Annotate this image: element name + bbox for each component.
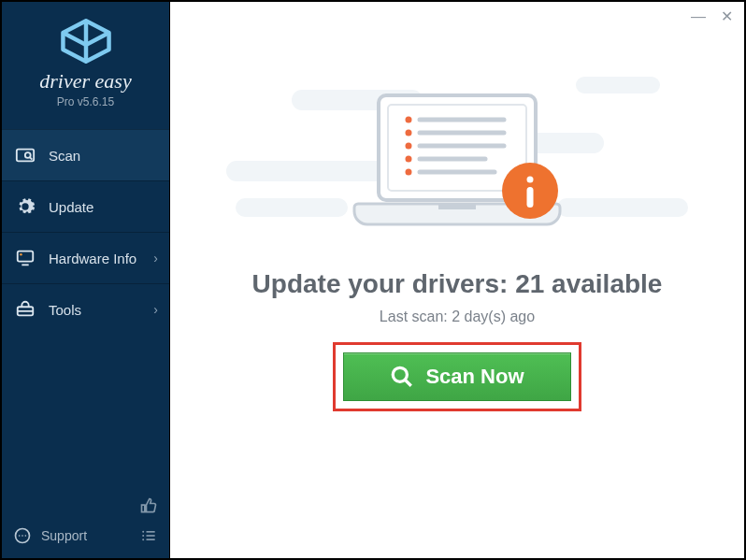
sidebar-item-update[interactable]: Update — [2, 180, 169, 232]
toolbox-icon — [15, 299, 36, 320]
sidebar-item-tools[interactable]: Tools › — [2, 283, 169, 335]
scan-icon — [15, 145, 36, 165]
thumbs-up-icon[interactable] — [139, 496, 158, 515]
logo-block: driver easy Pro v5.6.15 — [2, 2, 169, 123]
brand-name: driver easy — [11, 69, 160, 93]
sidebar-item-label: Update — [49, 199, 93, 215]
svg-point-11 — [22, 535, 23, 537]
list-icon[interactable] — [139, 526, 158, 545]
svg-point-26 — [406, 117, 412, 123]
sidebar-item-label: Tools — [49, 302, 81, 318]
svg-point-6 — [20, 253, 22, 256]
laptop-illustration — [345, 86, 569, 249]
svg-line-36 — [406, 380, 412, 386]
svg-line-3 — [30, 157, 32, 159]
svg-rect-31 — [438, 204, 476, 209]
svg-point-13 — [142, 531, 144, 533]
headline: Update your drivers: 21 available — [252, 269, 663, 299]
scan-now-button[interactable]: Scan Now — [343, 352, 571, 401]
svg-point-17 — [142, 538, 144, 540]
sidebar-item-label: Hardware Info — [49, 251, 136, 266]
sidebar-nav: Scan Update Hardware I — [2, 129, 169, 335]
close-button[interactable]: ✕ — [721, 9, 733, 24]
app-version: Pro v5.6.15 — [11, 95, 160, 108]
svg-point-12 — [25, 535, 27, 537]
svg-point-10 — [19, 535, 21, 537]
scan-now-label: Scan Now — [425, 365, 524, 389]
sidebar: driver easy Pro v5.6.15 Scan — [2, 2, 170, 558]
svg-rect-4 — [18, 251, 34, 262]
svg-rect-34 — [527, 187, 534, 208]
svg-point-35 — [394, 367, 408, 381]
svg-point-28 — [406, 143, 412, 150]
support-button[interactable]: Support — [13, 526, 87, 545]
svg-point-27 — [406, 130, 412, 136]
main-pane: — ✕ — [170, 2, 744, 558]
app-logo-icon — [60, 19, 112, 64]
window-controls: — ✕ — [691, 9, 733, 24]
chat-icon — [13, 526, 32, 545]
sidebar-item-scan[interactable]: Scan — [2, 129, 169, 180]
svg-point-29 — [406, 156, 412, 163]
monitor-icon — [15, 248, 36, 268]
svg-point-33 — [527, 177, 534, 183]
app-window: driver easy Pro v5.6.15 Scan — [0, 0, 746, 560]
chevron-right-icon: › — [153, 251, 158, 266]
sidebar-footer: Support — [2, 487, 169, 558]
last-scan-label: Last scan: 2 day(s) ago — [380, 309, 535, 325]
minimize-button[interactable]: — — [691, 9, 706, 24]
chevron-right-icon: › — [153, 302, 158, 317]
magnifier-icon — [390, 365, 414, 389]
sidebar-item-hardware-info[interactable]: Hardware Info › — [2, 232, 169, 283]
gear-icon — [15, 196, 36, 217]
sidebar-item-label: Scan — [49, 148, 80, 164]
scan-callout-frame: Scan Now — [333, 342, 581, 411]
svg-point-30 — [406, 169, 412, 176]
support-label: Support — [41, 528, 87, 543]
footer-icons — [139, 496, 158, 545]
svg-point-15 — [142, 535, 144, 537]
svg-point-2 — [25, 152, 31, 158]
